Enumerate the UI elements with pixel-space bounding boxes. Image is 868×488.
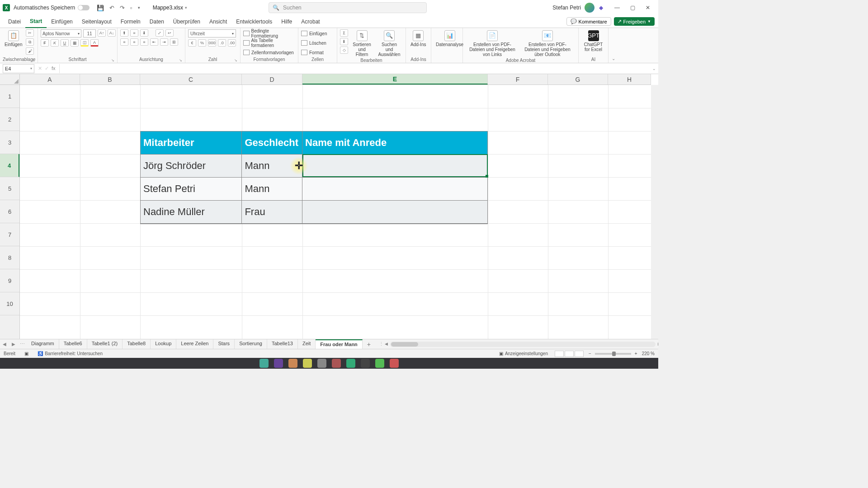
border-icon[interactable]: ▦ (71, 39, 79, 47)
qat-more-icon[interactable]: ▾ (138, 5, 140, 10)
taskbar-app-icon[interactable] (346, 359, 355, 368)
accessibility-label[interactable]: Barrierefreiheit: Untersuchen (45, 351, 103, 356)
increase-decimal-icon[interactable]: .0 (218, 39, 226, 47)
row-header-6[interactable]: 6 (0, 200, 19, 223)
zoom-slider[interactable] (595, 353, 631, 355)
column-header-D[interactable]: D (242, 74, 302, 84)
add-sheet-button[interactable]: + (363, 341, 375, 348)
row-header-7[interactable]: 7 (0, 223, 19, 246)
horizontal-scrollbar[interactable]: ◀ ▶ (390, 342, 656, 347)
taskbar-app-icon[interactable] (259, 359, 269, 368)
taskbar-app-icon[interactable] (317, 359, 326, 368)
accounting-icon[interactable]: € (188, 39, 196, 47)
column-header-G[interactable]: G (548, 74, 608, 84)
share-button[interactable]: ↗ Freigeben ▼ (614, 17, 655, 26)
minimize-button[interactable]: — (609, 5, 625, 11)
format-cells-button[interactable]: Format (301, 48, 324, 56)
ribbon-tab-datei[interactable]: Datei (4, 15, 25, 28)
format-painter-icon[interactable]: 🖌 (26, 47, 34, 55)
clear-icon[interactable]: ◇ (340, 47, 348, 54)
cut-icon[interactable]: ✂ (26, 29, 34, 37)
taskbar-app-icon[interactable] (288, 359, 297, 368)
chatgpt-button[interactable]: GPTChatGPT for Excel (581, 29, 605, 53)
fill-icon[interactable]: ⬇ (340, 38, 348, 45)
row-header-8[interactable]: 8 (0, 246, 19, 269)
formula-input[interactable] (59, 64, 650, 73)
display-settings-label[interactable]: Anzeigeeinstellungen (505, 351, 548, 356)
increase-indent-icon[interactable]: ⇥ (160, 38, 168, 46)
sheet-tab[interactable]: Frau oder Mann (316, 339, 363, 349)
select-all-button[interactable] (0, 74, 20, 85)
taskbar-app-icon[interactable] (361, 359, 370, 368)
taskbar-app-icon[interactable] (274, 359, 283, 368)
insert-cells-button[interactable]: Einfügen (301, 29, 327, 38)
ribbon-tab-formeln[interactable]: Formeln (116, 15, 145, 28)
maximize-button[interactable]: ▢ (625, 5, 640, 11)
column-header-B[interactable]: B (80, 74, 140, 84)
table-cell[interactable]: Mann (242, 155, 302, 178)
fill-color-icon[interactable]: ◫ (80, 39, 89, 47)
sheet-nav-right-icon[interactable]: ▶ (9, 342, 18, 347)
filename[interactable]: Mappe3.xlsx (153, 5, 183, 11)
create-pdf-outlook-button[interactable]: 📧Erstellen von PDF-Dateien und Freigeben… (521, 29, 574, 58)
percent-icon[interactable]: % (198, 39, 206, 47)
sheet-tab[interactable]: Lookup (151, 339, 176, 349)
taskbar-app-icon[interactable] (375, 359, 384, 368)
ribbon-tab-acrobat[interactable]: Acrobat (297, 15, 324, 28)
comments-button[interactable]: 💬 Kommentare (566, 17, 611, 26)
close-button[interactable]: ✕ (640, 5, 656, 11)
data-analysis-button[interactable]: 📊Datenanalyse (434, 29, 465, 48)
sheet-tab[interactable]: Stars (213, 339, 235, 349)
ribbon-tab-entwicklertools[interactable]: Entwicklertools (231, 15, 277, 28)
table-header-cell[interactable]: Mitarbeiter (141, 131, 242, 155)
zoom-value[interactable]: 220 % (642, 351, 655, 356)
diamond-icon[interactable]: ◆ (599, 5, 603, 11)
column-header-C[interactable]: C (140, 74, 242, 84)
ribbon-tab-hilfe[interactable]: Hilfe (277, 15, 297, 28)
column-header-H[interactable]: H (608, 74, 651, 84)
expand-formula-icon[interactable]: ⌄ (650, 66, 658, 71)
italic-icon[interactable]: K (51, 39, 59, 47)
redo-icon[interactable]: ↷ (120, 5, 125, 11)
find-select-button[interactable]: 🔍Suchen und Auswählen (376, 29, 403, 58)
spreadsheet-grid[interactable]: ABCDEFGH 12345678910 MitarbeiterGeschlec… (0, 74, 658, 339)
undo-icon[interactable]: ↶ (109, 5, 114, 11)
align-right-icon[interactable]: ≡ (140, 38, 148, 46)
comma-icon[interactable]: 000 (208, 39, 216, 47)
font-name-select[interactable]: Aptos Narrow▾ (41, 29, 81, 38)
scroll-left-icon[interactable]: ◀ (385, 342, 388, 346)
switch-icon[interactable] (78, 5, 90, 10)
launcher-icon[interactable]: ↘ (234, 58, 237, 62)
row-header-3[interactable]: 3 (0, 131, 19, 154)
create-pdf-links-button[interactable]: 📄Erstellen von PDF-Dateien und Freigeben… (466, 29, 519, 58)
sheet-tab[interactable]: Sortierung (235, 339, 267, 349)
ribbon-tab-daten[interactable]: Daten (145, 15, 169, 28)
fx-icon[interactable]: fx (52, 66, 56, 71)
taskbar-app-icon[interactable] (390, 359, 399, 368)
align-top-icon[interactable]: ⬆ (120, 29, 128, 37)
ribbon-tab-einfügen[interactable]: Einfügen (47, 15, 77, 28)
normal-view-icon[interactable] (555, 351, 564, 357)
launcher-icon[interactable]: ↘ (111, 58, 114, 62)
collapse-ribbon-icon[interactable]: ⌄ (609, 28, 618, 63)
zoom-out-icon[interactable]: − (589, 351, 591, 356)
column-header-F[interactable]: F (488, 74, 548, 84)
decrease-font-icon[interactable]: A↓ (108, 29, 116, 37)
align-middle-icon[interactable]: ≡ (130, 29, 138, 37)
table-cell[interactable]: Jörg Schröder (141, 155, 242, 178)
autosave-toggle[interactable]: Automatisches Speichern (14, 5, 90, 11)
table-cell[interactable]: Nadine Müller (141, 201, 242, 224)
ribbon-tab-seitenlayout[interactable]: Seitenlayout (77, 15, 116, 28)
name-box[interactable]: E4 ▾ (3, 64, 34, 73)
sheet-tab[interactable]: Tabelle1 (2) (87, 339, 123, 349)
sheet-tab[interactable]: Leere Zeilen (176, 339, 213, 349)
align-center-icon[interactable]: ≡ (130, 38, 138, 46)
scroll-right-icon[interactable]: ▶ (658, 342, 658, 346)
ribbon-tab-überprüfen[interactable]: Überprüfen (169, 15, 205, 28)
table-header-cell[interactable]: Geschlecht (242, 131, 302, 155)
conditional-formatting-button[interactable]: Bedingte Formatierung (243, 29, 295, 38)
font-size-select[interactable]: 11 (83, 29, 96, 38)
autosum-icon[interactable]: Σ (340, 29, 348, 37)
paste-button[interactable]: 📋 Einfügen (3, 29, 24, 48)
row-header-10[interactable]: 10 (0, 292, 19, 315)
